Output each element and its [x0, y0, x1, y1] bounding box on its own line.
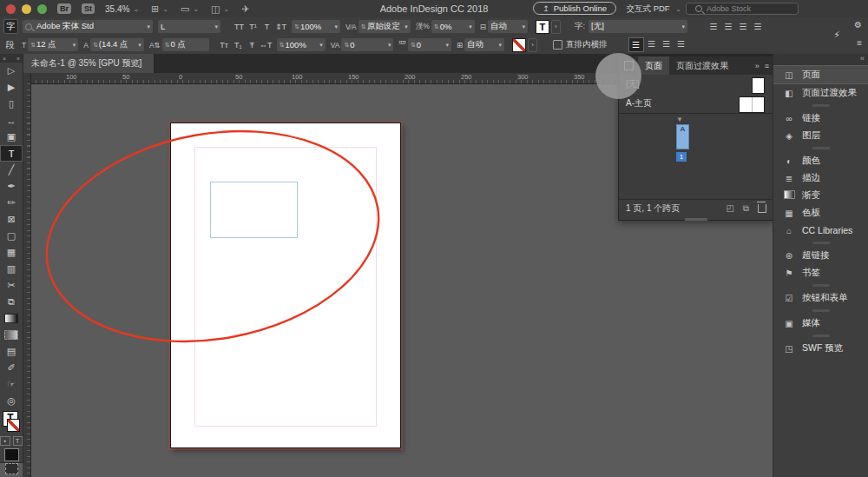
tab-页面[interactable]: 页面 [638, 56, 669, 75]
zoom-tool[interactable]: ◎ [0, 393, 23, 409]
dock-item-描边[interactable]: ≣描边 [773, 169, 868, 187]
line-tool[interactable]: ╱ [0, 162, 23, 178]
dock-item-CC Libraries[interactable]: ⌂CC Libraries [773, 222, 868, 239]
dock-item-媒体[interactable]: ▣媒体 [773, 315, 868, 332]
dock-item-图层[interactable]: ◈图层 [773, 127, 868, 144]
gyoudori-dropdown[interactable]: 自动▾ [488, 20, 528, 33]
type-tool[interactable]: T [0, 145, 23, 162]
eyedropper-tool[interactable]: ✐ [0, 360, 23, 376]
close-icon[interactable]: × [3, 56, 6, 62]
proportional-spacing-field[interactable]: ⇅0%▾ [431, 20, 475, 33]
edit-page-size-button[interactable]: ◰ [726, 203, 733, 213]
stock-button[interactable]: St [82, 3, 95, 14]
horizontal-grid-tool[interactable]: ▦ [0, 244, 23, 261]
panel-resize-grip[interactable] [685, 218, 707, 221]
align-left-button[interactable]: ☰ [707, 20, 720, 33]
document-page[interactable] [170, 123, 401, 448]
collapse-dock-icon[interactable]: « [773, 54, 868, 65]
gap-tool[interactable]: ↔ [0, 112, 23, 129]
page-number-badge[interactable]: 1 [676, 152, 687, 162]
master-page-row[interactable]: A-主页 [619, 94, 773, 113]
new-spread-button[interactable]: ⧉ [743, 203, 749, 214]
dock-item-超链接[interactable]: ⊛超链接 [773, 247, 868, 264]
subscript-button[interactable]: T₁ [232, 38, 245, 51]
dock-item-按钮和表单[interactable]: ☑按钮和表单 [773, 289, 868, 307]
arrange-documents-icon[interactable]: ◫ [211, 3, 220, 15]
quick-apply-icon[interactable]: ⚡ [833, 30, 840, 41]
frame-tool[interactable]: ⊠ [0, 211, 23, 228]
master-page-row[interactable]: [无] [619, 75, 773, 94]
gradient-swatch-tool[interactable] [0, 310, 23, 327]
superscript-button[interactable]: T¹ [247, 20, 260, 33]
view-options-icon[interactable]: ⊞ [151, 3, 159, 15]
baseline-shift-field[interactable]: ⇅0 点 [162, 38, 209, 51]
selection-tool[interactable]: ▷ [0, 63, 23, 79]
master-thumbnail[interactable] [739, 96, 765, 113]
character-style-dropdown[interactable]: [无]▾ [589, 20, 687, 33]
all-caps-button[interactable]: TT [233, 20, 246, 33]
panel-menu-icon[interactable]: ≡ [857, 38, 862, 48]
expand-panel-icon[interactable]: » [16, 56, 20, 62]
horizontal-scale-field[interactable]: ⇅100%▾ [277, 38, 326, 51]
stroke-color-swatch[interactable] [512, 38, 526, 52]
strikethrough-button[interactable]: Ŧ [246, 38, 259, 51]
dock-item-SWF 预览[interactable]: ◳SWF 预览 [773, 340, 868, 357]
zoom-level-dropdown[interactable]: 35.4% [105, 4, 129, 14]
pen-tool[interactable]: ✒ [0, 178, 23, 195]
grid-tsume-field[interactable]: ⇅0▾ [408, 38, 451, 51]
gear-icon[interactable]: ⚙ [854, 20, 862, 30]
minimize-window-button[interactable] [22, 4, 31, 14]
bridge-button[interactable]: Br [57, 3, 71, 14]
justify-all-button[interactable]: ☰ [674, 37, 688, 50]
gradient-feather-tool[interactable] [0, 327, 23, 343]
vertical-grid-tool[interactable]: ▥ [0, 261, 23, 277]
leading-field[interactable]: ⇅(14.4 点▾ [90, 38, 144, 51]
grid-align-dropdown[interactable]: 自动▾ [464, 38, 504, 51]
font-family-input[interactable]: Adobe 宋体 Std▾ [23, 20, 153, 33]
hand-tool[interactable]: ☞ [0, 376, 23, 393]
tatechuyoko-checkbox[interactable] [553, 40, 562, 50]
dock-item-色板[interactable]: ▦色板 [773, 204, 868, 222]
text-frame[interactable] [210, 182, 298, 238]
underline-button[interactable]: T [260, 20, 273, 33]
align-right-button[interactable]: ☰ [736, 20, 750, 33]
paragraph-formatting-button[interactable]: 段 [3, 38, 16, 51]
justify-left-button[interactable]: ☰ [628, 37, 644, 52]
workspace-preset-dropdown[interactable]: 交互式 PDF ⌄ [627, 3, 681, 15]
screen-mode-icon[interactable]: ▭ [181, 3, 189, 15]
font-size-field[interactable]: ⇅12 点▾ [28, 38, 78, 51]
stroke-expand-button[interactable]: › [528, 38, 537, 52]
character-formatting-button[interactable]: 字 [3, 19, 18, 34]
stroke-none-swatch[interactable] [7, 419, 20, 432]
publish-online-button[interactable]: ↥ Publish Online [533, 2, 616, 15]
justify-right-button[interactable]: ☰ [660, 37, 674, 50]
align-center-button[interactable]: ☰ [721, 20, 735, 33]
dock-item-颜色[interactable]: ◐颜色 [773, 152, 868, 169]
adobe-stock-search-input[interactable]: Adobe Stock [686, 3, 799, 15]
vertical-scale-field[interactable]: ⇅100%▾ [292, 20, 340, 33]
note-tool[interactable]: ▤ [0, 343, 23, 360]
close-window-button[interactable] [6, 4, 16, 14]
justify-center-button[interactable]: ☰ [645, 37, 659, 50]
align-justify-last-left-button[interactable]: ☰ [751, 20, 765, 33]
fill-color-swatch[interactable]: T [536, 20, 549, 34]
fill-expand-button[interactable]: › [551, 20, 561, 34]
dock-item-链接[interactable]: ∞链接 [773, 109, 868, 127]
dock-item-书签[interactable]: ⚑书签 [773, 264, 868, 282]
vscale-icon[interactable]: ⇕T [274, 20, 287, 33]
screen-mode-preview-button[interactable] [5, 463, 18, 474]
zoom-window-button[interactable] [37, 4, 47, 14]
tracking-field[interactable]: ⇅0▾ [341, 38, 393, 51]
master-thumbnail[interactable] [752, 77, 765, 94]
free-transform-tool[interactable]: ⧉ [0, 294, 23, 310]
font-style-dropdown[interactable]: L▾ [158, 20, 220, 33]
scissors-tool[interactable]: ✂ [0, 277, 23, 294]
kerning-field[interactable]: ⇅原始设定▾ [358, 20, 411, 33]
pencil-tool[interactable]: ✏ [0, 195, 23, 211]
spread-collapse-icon[interactable]: ▼ [676, 116, 683, 123]
hscale-icon[interactable]: ⇔T [260, 38, 273, 51]
formatting-affects-text-button[interactable]: T [13, 436, 23, 446]
screen-mode-normal-button[interactable] [4, 448, 19, 461]
dock-item-渐变[interactable]: 渐变 [773, 187, 868, 204]
content-collector-tool[interactable]: ▣ [0, 129, 23, 145]
